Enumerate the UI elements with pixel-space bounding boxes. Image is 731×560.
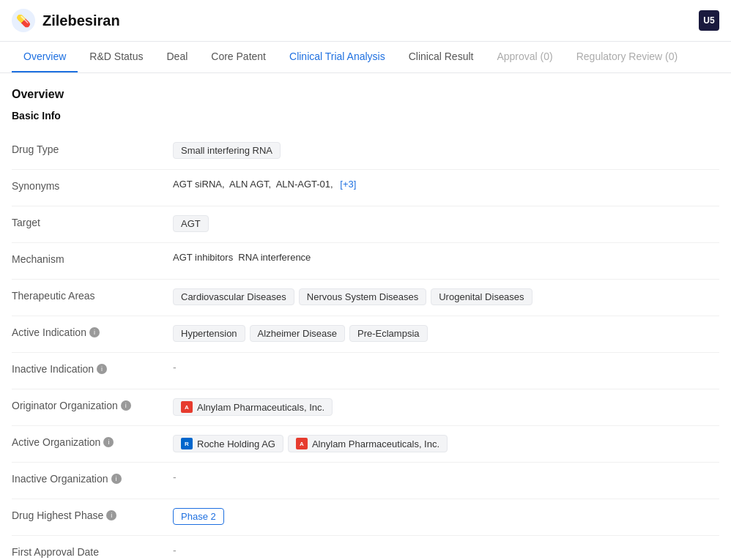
value-inactive-indication: - [173, 362, 719, 373]
tag-cardiovascular[interactable]: Cardiovascular Diseases [173, 288, 294, 305]
label-target: Target [12, 215, 173, 228]
tab-core-patent[interactable]: Core Patent [199, 42, 278, 72]
row-inactive-indication: Inactive Indication i - [12, 353, 719, 389]
row-active-org: Active Organization i R Roche Holding AG… [12, 426, 719, 463]
info-icon-active-indication[interactable]: i [89, 327, 100, 337]
sub-section-title: Basic Info [12, 110, 719, 122]
app-header: 💊 Zilebesiran U5 [0, 0, 731, 42]
label-therapeutic-areas: Therapeutic Areas [12, 288, 173, 302]
org-tag-alnylam-originator[interactable]: A Alnylam Pharmaceuticals, Inc. [173, 398, 333, 416]
tab-deal[interactable]: Deal [155, 42, 200, 72]
label-inactive-indication: Inactive Indication i [12, 362, 173, 375]
info-icon-inactive-org[interactable]: i [111, 474, 122, 484]
tag-urogenital[interactable]: Urogenital Diseases [431, 288, 532, 305]
version-badge: U5 [699, 10, 719, 31]
label-first-approval-date: First Approval Date [12, 545, 173, 558]
tag-small-interfering-rna[interactable]: Small interfering RNA [173, 142, 281, 159]
label-mechanism: Mechanism [12, 252, 173, 265]
alnylam-logo-originator: A [181, 401, 193, 413]
row-active-indication: Active Indication i Hypertension Alzheim… [12, 316, 719, 353]
row-mechanism: Mechanism AGT inhibitors RNA interferenc… [12, 243, 719, 280]
value-active-indication: Hypertension Alzheimer Disease Pre-Eclam… [173, 325, 719, 342]
inactive-indication-dash: - [173, 362, 177, 373]
info-icon-drug-highest-phase[interactable]: i [106, 510, 116, 520]
inactive-org-dash: - [173, 471, 177, 483]
label-active-org: Active Organization i [12, 435, 173, 448]
tag-phase-2[interactable]: Phase 2 [173, 508, 224, 525]
value-active-org: R Roche Holding AG A Alnylam Pharmaceuti… [173, 435, 719, 452]
row-synonyms: Synonyms AGT siRNA, ALN AGT, ALN-AGT-01,… [12, 170, 719, 206]
value-inactive-org: - [173, 471, 719, 483]
alnylam-originator-name: Alnylam Pharmaceuticals, Inc. [197, 402, 324, 413]
info-icon-originator-org[interactable]: i [121, 400, 131, 411]
tag-alzheimer[interactable]: Alzheimer Disease [250, 325, 345, 342]
alnylam-logo-active: A [296, 438, 308, 449]
mechanism-text: AGT inhibitors RNA interference [173, 252, 311, 263]
header-left: 💊 Zilebesiran [12, 9, 120, 32]
tag-hypertension[interactable]: Hypertension [173, 325, 245, 342]
alnylam-active-name: Alnylam Pharmaceuticals, Inc. [312, 438, 439, 449]
row-originator-org: Originator Organization i A Alnylam Phar… [12, 389, 719, 426]
org-tag-roche[interactable]: R Roche Holding AG [173, 435, 283, 452]
row-drug-type: Drug Type Small interfering RNA [12, 133, 719, 170]
row-therapeutic-areas: Therapeutic Areas Cardiovascular Disease… [12, 280, 719, 316]
value-synonyms: AGT siRNA, ALN AGT, ALN-AGT-01, [+3] [173, 179, 719, 190]
label-inactive-org: Inactive Organization i [12, 471, 173, 485]
value-target: AGT [173, 215, 719, 232]
value-drug-highest-phase: Phase 2 [173, 508, 719, 525]
synonyms-text: AGT siRNA, ALN AGT, ALN-AGT-01, [173, 179, 335, 190]
row-target: Target AGT [12, 206, 719, 243]
drug-name: Zilebesiran [42, 12, 120, 29]
nav-tabs: Overview R&D Status Deal Core Patent Cli… [0, 42, 731, 73]
value-therapeutic-areas: Cardiovascular Diseases Nervous System D… [173, 288, 719, 305]
main-content: Overview Basic Info Drug Type Small inte… [0, 73, 731, 560]
tab-clinical-result[interactable]: Clinical Result [397, 42, 486, 72]
tag-pre-eclampsia[interactable]: Pre-Eclampsia [349, 325, 428, 342]
row-drug-highest-phase: Drug Highest Phase i Phase 2 [12, 499, 719, 536]
value-originator-org: A Alnylam Pharmaceuticals, Inc. [173, 398, 719, 416]
section-title: Overview [12, 88, 719, 101]
label-active-indication: Active Indication i [12, 325, 173, 338]
info-icon-inactive-indication[interactable]: i [97, 364, 107, 374]
synonyms-more-link[interactable]: [+3] [340, 179, 356, 190]
tab-regulatory-review: Regulatory Review (0) [565, 42, 690, 72]
value-drug-type: Small interfering RNA [173, 142, 719, 159]
value-first-approval-date: - [173, 545, 719, 556]
roche-name: Roche Holding AG [197, 438, 275, 449]
first-approval-date-dash: - [173, 545, 177, 556]
tag-nervous-system[interactable]: Nervous System Diseases [299, 288, 426, 305]
label-drug-type: Drug Type [12, 142, 173, 155]
row-first-approval-date: First Approval Date - [12, 536, 719, 560]
drug-icon: 💊 [12, 9, 35, 32]
label-drug-highest-phase: Drug Highest Phase i [12, 508, 173, 521]
label-originator-org: Originator Organization i [12, 398, 173, 411]
tab-approval: Approval (0) [485, 42, 564, 72]
info-icon-active-org[interactable]: i [103, 437, 114, 447]
roche-logo: R [181, 438, 193, 449]
row-inactive-org: Inactive Organization i - [12, 463, 719, 499]
label-synonyms: Synonyms [12, 179, 173, 192]
value-mechanism: AGT inhibitors RNA interference [173, 252, 719, 263]
tab-overview[interactable]: Overview [12, 42, 78, 72]
tab-rd-status[interactable]: R&D Status [78, 42, 155, 72]
org-tag-alnylam-active[interactable]: A Alnylam Pharmaceuticals, Inc. [288, 435, 448, 452]
tag-agt[interactable]: AGT [173, 215, 209, 232]
tab-clinical-trial-analysis[interactable]: Clinical Trial Analysis [278, 42, 397, 72]
